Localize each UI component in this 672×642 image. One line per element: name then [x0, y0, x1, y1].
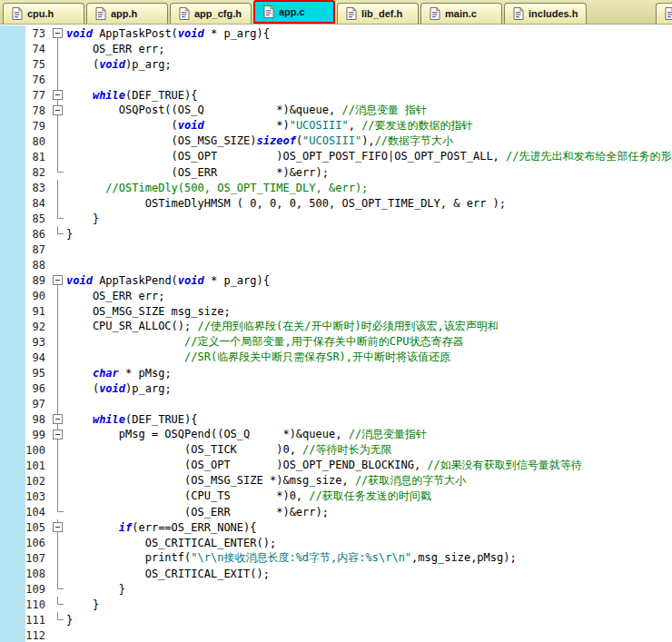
line-number: 111 [25, 614, 50, 627]
tab-app-c[interactable]: app.c [253, 0, 335, 24]
line-number: 84 [25, 197, 50, 210]
selection-margin[interactable] [0, 180, 25, 195]
fold-collapse-icon[interactable] [53, 90, 63, 100]
code-text[interactable]: OS_CRITICAL_EXIT(); [66, 568, 270, 580]
selection-margin[interactable] [0, 288, 25, 303]
selection-margin[interactable] [0, 489, 25, 504]
selection-margin[interactable] [0, 103, 25, 118]
fold-margin [50, 226, 66, 242]
selection-margin[interactable] [0, 133, 25, 149]
tab-app-cfg-h[interactable]: app_cfg.h [170, 3, 252, 24]
code-text[interactable]: OS_ERR err; [66, 290, 164, 302]
code-text[interactable]: (OS_OPT )OS_OPT_PEND_BLOCKING, //如果没有获取到… [66, 458, 582, 473]
selection-margin[interactable] [0, 334, 25, 350]
code-text[interactable]: OSTimeDlyHMSM ( 0, 0, 0, 500, OS_OPT_TIM… [66, 197, 506, 210]
line-number: 75 [25, 58, 50, 71]
code-text[interactable]: (void)p_arg; [66, 382, 172, 395]
selection-margin[interactable] [0, 566, 25, 581]
code-text[interactable]: void AppTaskPend(void * p_arg){ [66, 274, 270, 287]
code-text[interactable]: //OSTimeDly(500, OS_OPT_TIME_DLY, &err); [66, 182, 368, 194]
code-text[interactable]: char * pMsg; [66, 367, 172, 380]
file-icon [95, 7, 106, 20]
code-text[interactable]: CPU_SR_ALLOC(); //使用到临界段(在关/开中断时)时必须用到该宏… [66, 319, 499, 334]
selection-margin[interactable] [0, 519, 25, 535]
fold-collapse-icon[interactable] [53, 522, 63, 532]
code-text[interactable]: void AppTaskPost(void * p_arg){ [66, 27, 270, 40]
selection-margin[interactable] [0, 442, 25, 458]
code-text[interactable]: OSQPost((OS_Q *)&queue, //消息变量 指针 [66, 103, 427, 118]
code-text[interactable]: (void *)"UCOSIII", //要发送的数据的指针 [66, 118, 473, 133]
code-text[interactable]: } [66, 598, 99, 611]
selection-margin[interactable] [0, 272, 25, 288]
code-text[interactable]: (void)p_arg; [66, 58, 172, 71]
selection-margin[interactable] [0, 535, 25, 550]
code-text[interactable]: } [66, 583, 125, 596]
code-text[interactable]: } [66, 228, 73, 241]
code-text[interactable]: } [66, 614, 73, 627]
selection-margin[interactable] [0, 41, 25, 56]
code-text[interactable]: (OS_OPT )OS_OPT_POST_FIFO|OS_OPT_POST_AL… [66, 149, 672, 164]
selection-margin[interactable] [0, 242, 25, 257]
code-text[interactable]: while(DEF_TRUE){ [66, 89, 198, 102]
tab-cpu-h[interactable]: cpu.h [3, 3, 84, 24]
selection-margin[interactable] [0, 303, 25, 319]
code-text[interactable]: //定义一个局部变量,用于保存关中断前的CPU状态寄存器 [66, 334, 463, 350]
line-number: 98 [25, 413, 50, 426]
code-text[interactable]: (OS_ERR *)&err); [66, 166, 329, 179]
code-text[interactable]: pMsg = OSQPend((OS_Q *)&queue, //消息变量指针 [66, 427, 427, 442]
selection-margin[interactable] [0, 118, 25, 133]
line-number: 88 [25, 259, 50, 272]
code-text[interactable]: (OS_MSG_SIZE)sizeof("UCOSIII"),//数据字节大小 [66, 133, 453, 149]
tab-app-h[interactable]: app.h [86, 3, 168, 24]
selection-margin[interactable] [0, 550, 25, 566]
selection-margin[interactable] [0, 458, 25, 473]
selection-margin[interactable] [0, 581, 25, 597]
code-text[interactable]: (CPU_TS *)0, //获取任务发送的时间戳 [66, 489, 431, 504]
selection-margin[interactable] [0, 597, 25, 612]
fold-collapse-icon[interactable] [53, 28, 63, 38]
tab-main-c[interactable]: main.c [420, 3, 502, 24]
selection-margin[interactable] [0, 211, 25, 226]
code-text[interactable]: printf("\r\n接收消息长度:%d字节,内容:%s\r\n",msg_s… [66, 550, 517, 566]
selection-margin[interactable] [0, 257, 25, 272]
tab-lib-def-h[interactable]: lib_def.h [337, 3, 419, 24]
selection-margin[interactable] [0, 627, 25, 642]
selection-margin[interactable] [0, 411, 25, 427]
code-text[interactable]: (OS_MSG_SIZE *)&msg_size, //获取消息的字节大小 [66, 473, 466, 489]
fold-collapse-icon[interactable] [53, 430, 63, 440]
fold-margin [50, 118, 66, 133]
code-text[interactable]: (OS_TICK )0, //等待时长为无限 [66, 442, 392, 458]
code-text[interactable]: (OS_ERR *)&err); [66, 506, 329, 519]
selection-margin[interactable] [0, 350, 25, 365]
selection-margin[interactable] [0, 473, 25, 489]
selection-margin[interactable] [0, 380, 25, 396]
fold-collapse-icon[interactable] [53, 105, 63, 115]
tab-includes-h[interactable]: includes.h [504, 3, 587, 24]
code-text[interactable]: OS_CRITICAL_ENTER(); [66, 537, 276, 549]
selection-margin[interactable] [0, 87, 25, 103]
selection-margin[interactable] [0, 365, 25, 380]
selection-margin[interactable] [0, 427, 25, 442]
tab-partial[interactable] [656, 3, 672, 24]
code-text[interactable]: //SR(临界段关中断只需保存SR),开中断时将该值还原 [66, 350, 450, 365]
code-text[interactable]: OS_MSG_SIZE msg_size; [66, 305, 231, 318]
selection-margin[interactable] [0, 72, 25, 87]
selection-margin[interactable] [0, 226, 25, 242]
selection-margin[interactable] [0, 56, 25, 72]
file-icon [179, 7, 190, 20]
selection-margin[interactable] [0, 319, 25, 334]
code-text[interactable]: while(DEF_TRUE){ [66, 413, 198, 426]
fold-margin [50, 211, 66, 226]
selection-margin[interactable] [0, 504, 25, 519]
selection-margin[interactable] [0, 149, 25, 164]
selection-margin[interactable] [0, 195, 25, 211]
fold-collapse-icon[interactable] [53, 275, 63, 285]
selection-margin[interactable] [0, 25, 25, 41]
selection-margin[interactable] [0, 396, 25, 411]
code-text[interactable]: if(err==OS_ERR_NONE){ [66, 521, 257, 534]
selection-margin[interactable] [0, 164, 25, 180]
code-text[interactable]: } [66, 212, 99, 225]
code-text[interactable]: OS_ERR err; [66, 43, 164, 55]
selection-margin[interactable] [0, 612, 25, 627]
fold-collapse-icon[interactable] [53, 414, 63, 424]
